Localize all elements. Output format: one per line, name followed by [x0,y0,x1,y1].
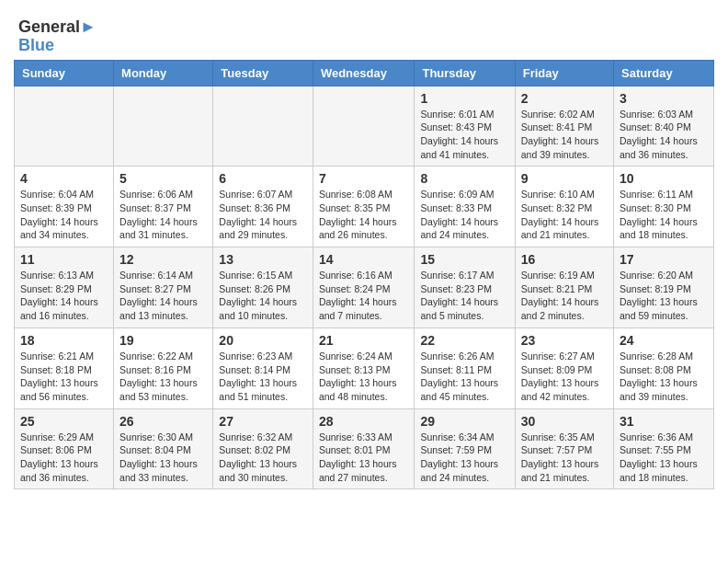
calendar-cell: 16Sunrise: 6:19 AM Sunset: 8:21 PM Dayli… [515,247,613,328]
day-number: 19 [119,333,207,348]
calendar-week-row: 1Sunrise: 6:01 AM Sunset: 8:43 PM Daylig… [15,86,714,167]
day-info: Sunrise: 6:16 AM Sunset: 8:24 PM Dayligh… [319,269,409,323]
day-number: 3 [620,91,708,106]
calendar-cell [213,86,313,167]
day-info: Sunrise: 6:22 AM Sunset: 8:16 PM Dayligh… [119,350,207,404]
calendar-cell: 19Sunrise: 6:22 AM Sunset: 8:16 PM Dayli… [114,327,213,408]
day-number: 13 [219,252,307,267]
day-info: Sunrise: 6:14 AM Sunset: 8:27 PM Dayligh… [119,269,207,323]
calendar-cell: 13Sunrise: 6:15 AM Sunset: 8:26 PM Dayli… [213,247,313,328]
day-number: 23 [521,333,608,348]
calendar-cell: 22Sunrise: 6:26 AM Sunset: 8:11 PM Dayli… [415,327,515,408]
page-header: General► Blue [9,9,719,60]
day-info: Sunrise: 6:15 AM Sunset: 8:26 PM Dayligh… [219,269,307,323]
weekday-header-thursday: Thursday [415,60,515,86]
day-number: 20 [219,333,307,348]
day-number: 28 [319,414,409,429]
day-info: Sunrise: 6:09 AM Sunset: 8:33 PM Dayligh… [420,188,508,242]
calendar-cell: 29Sunrise: 6:34 AM Sunset: 7:59 PM Dayli… [415,408,515,489]
day-info: Sunrise: 6:32 AM Sunset: 8:02 PM Dayligh… [219,431,307,485]
day-number: 17 [620,252,708,267]
day-info: Sunrise: 6:20 AM Sunset: 8:19 PM Dayligh… [620,269,708,323]
weekday-header-tuesday: Tuesday [213,60,313,86]
logo: General► Blue [18,18,97,55]
day-info: Sunrise: 6:30 AM Sunset: 8:04 PM Dayligh… [119,431,207,485]
calendar-cell: 5Sunrise: 6:06 AM Sunset: 8:37 PM Daylig… [114,167,213,247]
day-info: Sunrise: 6:08 AM Sunset: 8:35 PM Dayligh… [319,188,409,242]
weekday-header-sunday: Sunday [15,60,114,86]
calendar-cell: 30Sunrise: 6:35 AM Sunset: 7:57 PM Dayli… [515,408,613,489]
calendar-cell: 7Sunrise: 6:08 AM Sunset: 8:35 PM Daylig… [313,167,415,247]
calendar-cell: 23Sunrise: 6:27 AM Sunset: 8:09 PM Dayli… [515,327,613,408]
calendar-cell: 26Sunrise: 6:30 AM Sunset: 8:04 PM Dayli… [114,408,213,489]
day-number: 2 [521,91,608,106]
calendar-cell: 4Sunrise: 6:04 AM Sunset: 8:39 PM Daylig… [15,167,114,247]
calendar-cell: 24Sunrise: 6:28 AM Sunset: 8:08 PM Dayli… [614,327,714,408]
calendar-cell: 1Sunrise: 6:01 AM Sunset: 8:43 PM Daylig… [415,86,515,167]
calendar-cell: 17Sunrise: 6:20 AM Sunset: 8:19 PM Dayli… [614,247,714,328]
weekday-header-row: SundayMondayTuesdayWednesdayThursdayFrid… [15,60,714,86]
day-info: Sunrise: 6:13 AM Sunset: 8:29 PM Dayligh… [20,269,108,323]
calendar-cell: 12Sunrise: 6:14 AM Sunset: 8:27 PM Dayli… [114,247,213,328]
weekday-header-friday: Friday [515,60,613,86]
day-info: Sunrise: 6:36 AM Sunset: 7:55 PM Dayligh… [620,431,708,485]
calendar-week-row: 4Sunrise: 6:04 AM Sunset: 8:39 PM Daylig… [15,167,714,247]
calendar-cell [114,86,213,167]
calendar-cell: 14Sunrise: 6:16 AM Sunset: 8:24 PM Dayli… [313,247,415,328]
day-info: Sunrise: 6:28 AM Sunset: 8:08 PM Dayligh… [620,350,708,404]
calendar-table: SundayMondayTuesdayWednesdayThursdayFrid… [14,60,714,490]
day-info: Sunrise: 6:27 AM Sunset: 8:09 PM Dayligh… [521,350,608,404]
day-number: 26 [119,414,207,429]
day-number: 6 [219,171,307,186]
calendar-week-row: 18Sunrise: 6:21 AM Sunset: 8:18 PM Dayli… [15,327,714,408]
calendar-cell: 2Sunrise: 6:02 AM Sunset: 8:41 PM Daylig… [515,86,613,167]
weekday-header-wednesday: Wednesday [313,60,415,86]
calendar-cell: 25Sunrise: 6:29 AM Sunset: 8:06 PM Dayli… [15,408,114,489]
day-number: 24 [620,333,708,348]
calendar-week-row: 25Sunrise: 6:29 AM Sunset: 8:06 PM Dayli… [15,408,714,489]
day-number: 21 [319,333,409,348]
day-number: 12 [119,252,207,267]
calendar-cell: 3Sunrise: 6:03 AM Sunset: 8:40 PM Daylig… [614,86,714,167]
day-number: 25 [20,414,108,429]
calendar-cell: 27Sunrise: 6:32 AM Sunset: 8:02 PM Dayli… [213,408,313,489]
calendar-cell: 18Sunrise: 6:21 AM Sunset: 8:18 PM Dayli… [15,327,114,408]
day-info: Sunrise: 6:03 AM Sunset: 8:40 PM Dayligh… [620,108,708,162]
calendar-cell: 20Sunrise: 6:23 AM Sunset: 8:14 PM Dayli… [213,327,313,408]
calendar-cell [313,86,415,167]
calendar-cell [15,86,114,167]
day-info: Sunrise: 6:35 AM Sunset: 7:57 PM Dayligh… [521,431,608,485]
day-info: Sunrise: 6:23 AM Sunset: 8:14 PM Dayligh… [219,350,307,404]
day-info: Sunrise: 6:26 AM Sunset: 8:11 PM Dayligh… [420,350,508,404]
calendar-cell: 6Sunrise: 6:07 AM Sunset: 8:36 PM Daylig… [213,167,313,247]
calendar-cell: 28Sunrise: 6:33 AM Sunset: 8:01 PM Dayli… [313,408,415,489]
day-info: Sunrise: 6:17 AM Sunset: 8:23 PM Dayligh… [420,269,508,323]
calendar-cell: 11Sunrise: 6:13 AM Sunset: 8:29 PM Dayli… [15,247,114,328]
day-number: 10 [620,171,708,186]
day-number: 8 [420,171,508,186]
logo-line1: General► [18,18,97,37]
day-info: Sunrise: 6:21 AM Sunset: 8:18 PM Dayligh… [20,350,108,404]
calendar-container: SundayMondayTuesdayWednesdayThursdayFrid… [9,60,719,500]
day-number: 4 [20,171,108,186]
day-number: 5 [119,171,207,186]
day-info: Sunrise: 6:02 AM Sunset: 8:41 PM Dayligh… [521,108,608,162]
calendar-cell: 21Sunrise: 6:24 AM Sunset: 8:13 PM Dayli… [313,327,415,408]
day-info: Sunrise: 6:10 AM Sunset: 8:32 PM Dayligh… [521,188,608,242]
day-info: Sunrise: 6:24 AM Sunset: 8:13 PM Dayligh… [319,350,409,404]
day-number: 15 [420,252,508,267]
day-number: 30 [521,414,608,429]
calendar-cell: 8Sunrise: 6:09 AM Sunset: 8:33 PM Daylig… [415,167,515,247]
calendar-cell: 9Sunrise: 6:10 AM Sunset: 8:32 PM Daylig… [515,167,613,247]
calendar-cell: 31Sunrise: 6:36 AM Sunset: 7:55 PM Dayli… [614,408,714,489]
day-info: Sunrise: 6:29 AM Sunset: 8:06 PM Dayligh… [20,431,108,485]
day-number: 16 [521,252,608,267]
day-info: Sunrise: 6:07 AM Sunset: 8:36 PM Dayligh… [219,188,307,242]
day-number: 22 [420,333,508,348]
day-number: 29 [420,414,508,429]
calendar-cell: 10Sunrise: 6:11 AM Sunset: 8:30 PM Dayli… [614,167,714,247]
day-number: 9 [521,171,608,186]
day-info: Sunrise: 6:11 AM Sunset: 8:30 PM Dayligh… [620,188,708,242]
day-number: 31 [620,414,708,429]
day-number: 7 [319,171,409,186]
